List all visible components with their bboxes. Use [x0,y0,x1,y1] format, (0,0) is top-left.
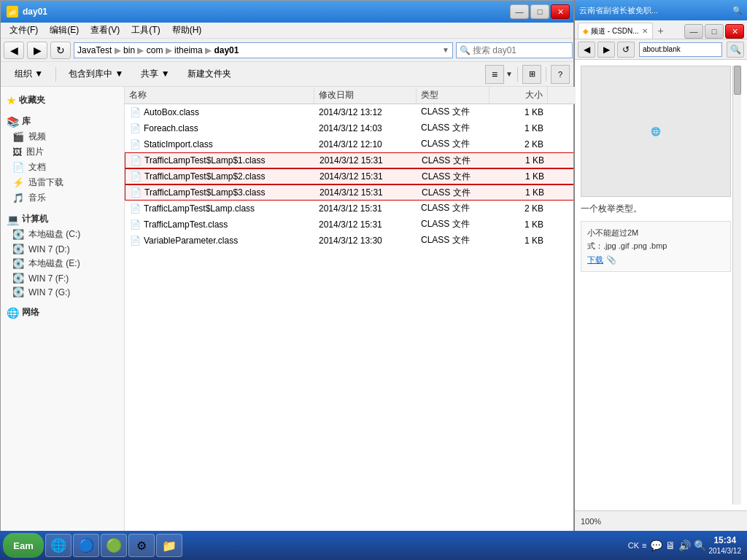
computer-header[interactable]: 💻 计算机 [1,211,124,227]
sidebar-item-video[interactable]: 🎬 视频 [1,129,124,144]
taskbar-app-4[interactable]: ⚙ [128,534,155,557]
tab-favicon: ◆ [583,27,589,35]
minimize-button[interactable]: — [510,4,529,19]
new-folder-button[interactable]: 新建文件夹 [179,64,239,85]
library-icon: 📚 [7,116,19,128]
file-name: TrafficLampTest$Lamp$3.class [144,187,265,198]
table-row[interactable]: 📄 TrafficLampTest$Lamp$1.class 2014/3/12… [125,152,576,168]
tab-close-icon[interactable]: ✕ [642,27,648,35]
clock[interactable]: 15:34 2014/3/12 [709,534,742,557]
maximize-button[interactable]: □ [530,4,549,19]
taskbar-app-ie[interactable]: 🌐 [45,534,71,557]
table-row[interactable]: 📄 Foreach.class 2014/3/12 14:03 CLASS 文件… [125,120,576,136]
lang-indicator: CK [628,541,639,550]
browser-search-button[interactable]: 🔍 [727,42,744,58]
table-row[interactable]: 📄 TrafficLampTest$Lamp$3.class 2014/3/12… [125,184,576,201]
file-list-header: 名称 修改日期 类型 大小 [125,87,576,104]
sidebar-item-disk-c[interactable]: 💽 本地磁盘 (C:) [1,227,124,242]
back-button[interactable]: ◀ [4,42,24,59]
download-link[interactable]: 下载 [587,254,603,265]
sidebar-item-disk-f[interactable]: 💽 WIN 7 (F:) [1,271,124,285]
col-name-header[interactable]: 名称 [125,87,314,104]
organize-button[interactable]: 组织 ▼ [7,64,51,85]
browser-back-button[interactable]: ◀ [578,42,595,58]
app2-icon: 🔵 [78,537,94,553]
table-row[interactable]: 📄 TrafficLampTest$Lamp.class 2014/3/12 1… [125,201,576,217]
disk-c-label: 本地磁盘 (C:) [28,228,80,241]
browser-text-content: 一个枚举类型。 [581,203,731,215]
menu-file[interactable]: 文件(F) [4,23,44,38]
network-header[interactable]: 🌐 网络 [1,305,124,320]
view-toggle-button[interactable]: ≡ [485,65,504,84]
window-title: day01 [23,7,47,17]
scrollbar-thumb[interactable] [734,66,741,95]
file-type: CLASS 文件 [422,171,471,183]
disk-f-icon: 💽 [12,273,24,284]
sidebar-item-image[interactable]: 🖼 图片 [1,144,124,160]
taskbar-app-3[interactable]: 🟢 [101,534,127,557]
start-button[interactable]: Eam [3,533,44,558]
tab-add-button[interactable]: + [653,23,669,39]
taskbar-app-folder[interactable]: 📁 [156,534,182,557]
browser-nav-bar: ◀ ▶ ↺ about:blank 🔍 [575,39,747,60]
close-button[interactable]: ✕ [551,4,570,19]
library-header[interactable]: 📚 库 [1,114,124,129]
favorites-header[interactable]: ★ 收藏夹 [1,93,124,108]
menu-help[interactable]: 帮助(H) [166,23,208,38]
table-row[interactable]: 📄 TrafficLampTest.class 2014/3/12 15:31 … [125,217,576,233]
refresh-button[interactable]: ↻ [50,42,71,59]
browser-tab-bar: ◆ 频道 - CSDN... ✕ + — □ ✕ [575,20,747,39]
col-size-header[interactable]: 大小 [489,87,548,104]
menu-edit[interactable]: 编辑(E) [44,23,85,38]
sidebar-item-disk-e[interactable]: 💽 本地磁盘 (E:) [1,256,124,271]
file-type-icon: 📄 [129,122,141,134]
breadcrumb-dropdown[interactable]: ▼ [442,46,449,54]
view-dropdown[interactable]: ▼ [506,70,513,78]
share-button[interactable]: 共享 ▼ [133,64,177,85]
browser-refresh-button[interactable]: ↺ [617,42,635,58]
file-type-cell: CLASS 文件 [417,169,490,184]
menu-tools[interactable]: 工具(T) [125,23,166,38]
pane-toggle-button[interactable]: ⊞ [522,65,541,84]
file-date-cell: 2014/3/12 15:31 [315,153,417,168]
file-type-cell: CLASS 文件 [417,233,489,248]
table-row[interactable]: 📄 AutoBox.class 2014/3/12 13:12 CLASS 文件… [125,104,576,120]
search-input[interactable] [473,45,568,55]
help-button[interactable]: ? [551,65,570,84]
favorites-label: 收藏夹 [19,94,45,106]
sidebar-item-disk-g[interactable]: 💽 WIN 7 (G:) [1,285,124,299]
search-icon: 🔍 [460,45,471,55]
music-icon: 🎵 [12,192,24,203]
browser-forward-button[interactable]: ▶ [597,42,615,58]
music-label: 音乐 [28,192,46,204]
browser-close[interactable]: ✕ [725,24,744,39]
file-name: Foreach.class [144,123,198,133]
col-date-header[interactable]: 修改日期 [314,87,417,104]
taskbar-app-2[interactable]: 🔵 [73,534,99,557]
search-box[interactable]: 🔍 [456,42,573,58]
browser-scrollbar[interactable] [732,66,741,505]
forward-button[interactable]: ▶ [27,42,47,59]
table-row[interactable]: 📄 VariableParameter.class 2014/3/12 13:3… [125,233,576,249]
sidebar-item-document[interactable]: 📄 文档 [1,160,124,175]
breadcrumb[interactable]: JavaTest ▶ bin ▶ com ▶ itheima ▶ day01 ▼ [74,42,453,58]
computer-icon: 💻 [7,214,19,225]
browser-maximize[interactable]: □ [705,24,724,39]
table-row[interactable]: 📄 TrafficLampTest$Lamp$2.class 2014/3/12… [125,168,576,184]
title-bar-buttons: — □ ✕ [510,4,570,19]
include-button[interactable]: 包含到库中 ▼ [61,64,131,85]
sidebar-item-disk-d[interactable]: 💽 WIN 7 (D:) [1,242,124,256]
menu-view[interactable]: 查看(V) [85,23,125,38]
file-date: 2014/3/12 15:31 [320,171,383,182]
browser-address-bar[interactable]: about:blank [639,42,722,57]
browser-text-area: 🌐 一个枚举类型。 小不能超过2M 式：.jpg .gif .png .bmp … [581,66,741,272]
browser-content: 🌐 一个枚举类型。 小不能超过2M 式：.jpg .gif .png .bmp … [575,60,747,510]
table-row[interactable]: 📄 StaticImport.class 2014/3/12 12:10 CLA… [125,136,576,152]
sidebar-item-xunlei[interactable]: ⚡ 迅雷下载 [1,175,124,190]
browser-tab-active[interactable]: ◆ 频道 - CSDN... ✕ [578,23,653,39]
file-type-icon: 📄 [129,139,141,150]
file-type-icon: 📄 [129,235,141,246]
col-type-header[interactable]: 类型 [417,87,489,104]
browser-minimize[interactable]: — [684,24,703,39]
sidebar-item-music[interactable]: 🎵 音乐 [1,190,124,206]
